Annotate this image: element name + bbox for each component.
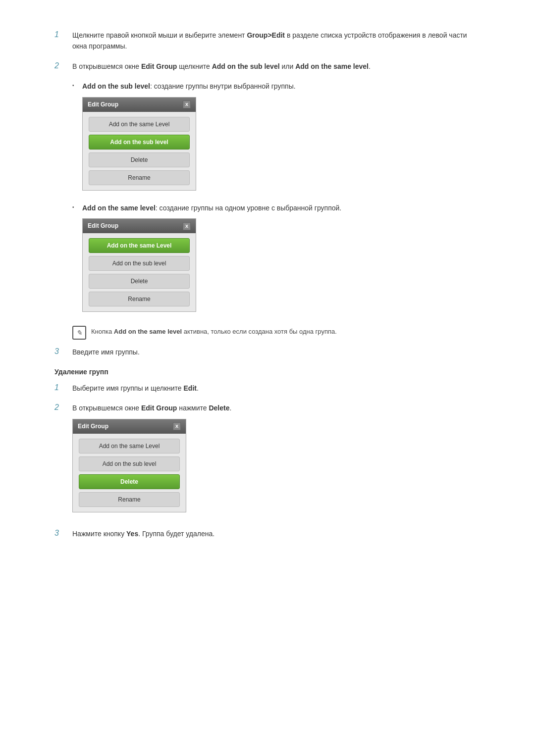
dialog-2-body: Add on the same Level Add on the sub lev… — [83, 233, 196, 311]
dialog-2-btn-rename[interactable]: Rename — [89, 292, 190, 306]
step-3: 3 Введите имя группы. — [54, 347, 481, 357]
edit-group-dialog-2: Edit Group x Add on the same Level Add o… — [82, 218, 196, 312]
dialog-1-btn-same-level[interactable]: Add on the same Level — [89, 117, 190, 132]
bullet-dot-1: • — [72, 81, 82, 88]
note-icon: ✎ — [72, 326, 86, 340]
dialog-2-close-button[interactable]: x — [183, 222, 191, 230]
dialog-2-btn-sub-level[interactable]: Add on the sub level — [89, 256, 190, 271]
dialog-1-btn-delete[interactable]: Delete — [89, 152, 190, 167]
dialog-3-body: Add on the same Level Add on the sub lev… — [73, 434, 186, 512]
section-delete-header: Удаление групп — [54, 368, 481, 376]
delete-step-number-2: 2 — [54, 403, 72, 412]
dialog-1-title: Edit Group — [88, 100, 118, 109]
dialog-2-btn-delete[interactable]: Delete — [89, 274, 190, 289]
step-number-3: 3 — [54, 347, 72, 356]
step-1: 1 Щелкните правой кнопкой мыши и выберит… — [54, 30, 481, 52]
step-2: 2 В открывшемся окне Edit Group щелкните… — [54, 61, 481, 72]
delete-step-2-text: В открывшемся окне Edit Group нажмите De… — [72, 403, 481, 519]
step-number-1: 1 — [54, 30, 72, 39]
dialog-3-btn-sub-level[interactable]: Add on the sub level — [79, 456, 180, 471]
edit-group-dialog-1: Edit Group x Add on the same Level Add o… — [82, 97, 196, 191]
dialog-1-close-button[interactable]: x — [183, 101, 191, 108]
dialog-1-btn-rename[interactable]: Rename — [89, 170, 190, 185]
edit-group-dialog-3: Edit Group x Add on the same Level Add o… — [72, 419, 186, 512]
dialog-1-titlebar: Edit Group x — [83, 98, 196, 112]
page-content: 1 Щелкните правой кнопкой мыши и выберит… — [54, 30, 481, 539]
delete-step-3: 3 Нажмите кнопку Yes. Группа будет удале… — [54, 528, 481, 539]
delete-step-2: 2 В открывшемся окне Edit Group нажмите … — [54, 403, 481, 519]
dialog-3-close-button[interactable]: x — [173, 422, 181, 430]
dialog-3-titlebar: Edit Group x — [73, 419, 186, 434]
delete-step-number-1: 1 — [54, 383, 72, 392]
step-1-text: Щелкните правой кнопкой мыши и выберите … — [72, 30, 481, 52]
bullet-text-same: Add on the same level: создание группы н… — [82, 202, 481, 319]
dialog-1-body: Add on the same Level Add on the sub lev… — [83, 112, 196, 190]
dialog-2-btn-same-level[interactable]: Add on the same Level — [89, 238, 190, 253]
dialog-3-btn-delete[interactable]: Delete — [79, 474, 180, 489]
delete-step-3-text: Нажмите кнопку Yes. Группа будет удалена… — [72, 528, 481, 539]
bullet-dot-2: • — [72, 202, 82, 210]
dialog-2-title: Edit Group — [88, 221, 118, 231]
dialog-3-btn-same-level[interactable]: Add on the same Level — [79, 439, 180, 454]
dialog-2-titlebar: Edit Group x — [83, 219, 196, 233]
note-text: Кнопка Add on the same level активна, то… — [91, 326, 337, 337]
delete-step-1: 1 Выберите имя группы и щелкните Edit. — [54, 383, 481, 394]
dialog-3-title: Edit Group — [78, 422, 108, 431]
step-number-2: 2 — [54, 61, 72, 70]
bullet-text-sub: Add on the sub level: создание группы вн… — [82, 81, 481, 198]
note-box: ✎ Кнопка Add on the same level активна, … — [72, 326, 481, 340]
bullet-section: • Add on the sub level: создание группы … — [72, 81, 481, 319]
bullet-item-same: • Add on the same level: создание группы… — [72, 202, 481, 319]
dialog-1-btn-sub-level[interactable]: Add on the sub level — [89, 135, 190, 150]
step-3-text: Введите имя группы. — [72, 347, 481, 357]
step-2-text: В открывшемся окне Edit Group щелкните A… — [72, 61, 481, 72]
delete-step-number-3: 3 — [54, 528, 72, 538]
delete-step-1-text: Выберите имя группы и щелкните Edit. — [72, 383, 481, 394]
dialog-3-btn-rename[interactable]: Rename — [79, 492, 180, 507]
bullet-item-sub: • Add on the sub level: создание группы … — [72, 81, 481, 198]
